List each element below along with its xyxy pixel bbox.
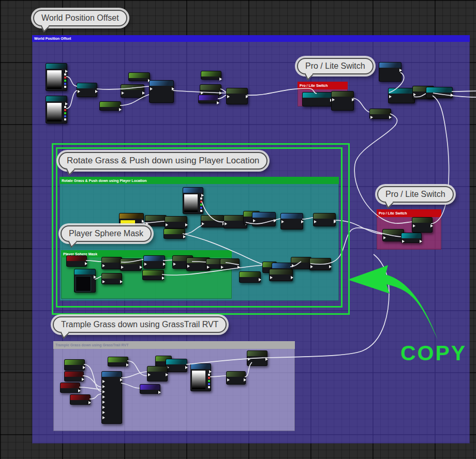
pin-icon[interactable] — [399, 69, 402, 72]
pin-icon[interactable] — [187, 265, 190, 268]
pin-icon[interactable] — [389, 116, 392, 119]
pin-icon[interactable] — [329, 265, 332, 268]
channel-pin-icon[interactable] — [200, 201, 202, 203]
pin-icon[interactable] — [227, 378, 230, 381]
material-node[interactable] — [426, 87, 453, 98]
material-node[interactable] — [313, 213, 336, 226]
material-node[interactable] — [198, 95, 219, 103]
channel-pin-icon[interactable] — [200, 204, 202, 206]
material-node[interactable] — [120, 258, 142, 271]
pin-icon[interactable] — [291, 276, 293, 279]
material-node[interactable] — [302, 92, 332, 106]
pin-icon[interactable] — [78, 389, 81, 392]
pin-icon[interactable] — [102, 411, 105, 414]
material-node[interactable] — [108, 357, 128, 366]
channel-pin-icon[interactable] — [64, 76, 66, 79]
comment-header-rotate-grass[interactable]: Rotate Grass & Push down using Player Lo… — [60, 177, 339, 184]
channel-pin-icon[interactable] — [208, 374, 210, 376]
material-node[interactable] — [201, 215, 225, 227]
material-node[interactable] — [412, 217, 433, 233]
pin-icon[interactable] — [65, 102, 68, 105]
material-node[interactable] — [369, 109, 391, 119]
pin-icon[interactable] — [207, 266, 210, 269]
material-graph-canvas[interactable]: World Position OffsetRotate Grass & Push… — [0, 0, 476, 459]
pin-icon[interactable] — [185, 366, 188, 369]
pin-icon[interactable] — [162, 277, 165, 280]
pin-icon[interactable] — [83, 366, 85, 369]
pin-icon[interactable] — [334, 220, 336, 223]
material-node[interactable] — [331, 91, 354, 111]
pin-icon[interactable] — [102, 380, 105, 383]
pin-icon[interactable] — [142, 91, 145, 95]
pin-icon[interactable] — [102, 280, 105, 283]
pin-icon[interactable] — [237, 266, 240, 269]
channel-pin-icon[interactable] — [64, 112, 66, 114]
material-node[interactable] — [145, 215, 167, 226]
pin-icon[interactable] — [352, 98, 354, 101]
pin-icon[interactable] — [292, 264, 294, 267]
pin-icon[interactable] — [102, 390, 105, 393]
pin-icon[interactable] — [370, 116, 373, 119]
channel-pin-icon[interactable] — [200, 197, 202, 200]
material-node[interactable] — [165, 216, 187, 228]
channel-pin-icon[interactable] — [200, 210, 202, 212]
material-node[interactable] — [239, 271, 261, 283]
material-node[interactable] — [101, 273, 122, 284]
pin-icon[interactable] — [144, 263, 147, 266]
pin-icon[interactable] — [185, 223, 188, 226]
pin-icon[interactable] — [219, 78, 222, 81]
pin-icon[interactable] — [244, 378, 246, 381]
pin-icon[interactable] — [402, 240, 405, 243]
pin-icon[interactable] — [166, 373, 168, 376]
material-node[interactable] — [143, 255, 165, 269]
pin-icon[interactable] — [140, 266, 142, 269]
channel-pin-icon[interactable] — [64, 115, 66, 117]
material-node[interactable] — [309, 258, 331, 270]
pin-icon[interactable] — [270, 276, 273, 279]
pin-icon[interactable] — [126, 363, 129, 366]
pin-icon[interactable] — [82, 378, 84, 381]
material-node[interactable] — [70, 394, 91, 405]
pin-icon[interactable] — [94, 276, 96, 279]
material-node[interactable] — [147, 366, 168, 381]
material-node[interactable] — [291, 257, 311, 269]
pin-icon[interactable] — [146, 222, 148, 225]
material-node[interactable] — [401, 233, 422, 243]
comment-header-world-position-offset[interactable]: World Position Offset — [32, 35, 470, 42]
material-node[interactable] — [101, 371, 122, 424]
material-node[interactable] — [183, 187, 203, 214]
material-node[interactable] — [60, 382, 80, 393]
pin-icon[interactable] — [259, 278, 261, 281]
material-node[interactable] — [101, 257, 122, 269]
pin-icon[interactable] — [102, 264, 105, 267]
material-node[interactable] — [64, 371, 84, 381]
channel-pin-icon[interactable] — [208, 386, 210, 388]
pin-icon[interactable] — [219, 91, 222, 95]
channel-pin-icon[interactable] — [64, 83, 66, 85]
material-node[interactable] — [142, 270, 164, 280]
material-node[interactable] — [201, 71, 221, 80]
pin-icon[interactable] — [274, 219, 276, 222]
pin-icon[interactable] — [102, 406, 105, 409]
pin-icon[interactable] — [221, 266, 224, 269]
comment-header-trample-grass[interactable]: Trample Grass down using GrassTrail RVT — [53, 341, 295, 349]
pin-icon[interactable] — [420, 240, 422, 243]
material-node[interactable] — [77, 83, 97, 97]
channel-pin-icon[interactable] — [64, 73, 66, 75]
pin-icon[interactable] — [102, 416, 105, 419]
pin-icon[interactable] — [120, 280, 123, 283]
material-node[interactable] — [226, 371, 246, 385]
pin-icon[interactable] — [202, 222, 204, 225]
pin-icon[interactable] — [122, 91, 124, 95]
pin-icon[interactable] — [102, 395, 105, 399]
material-node[interactable] — [247, 350, 267, 366]
pin-icon[interactable] — [148, 373, 151, 376]
pin-icon[interactable] — [201, 194, 204, 197]
material-node[interactable] — [166, 359, 187, 372]
pin-icon[interactable] — [163, 263, 166, 266]
material-node[interactable] — [121, 84, 144, 98]
material-node[interactable] — [379, 62, 401, 82]
material-node[interactable] — [226, 88, 248, 104]
material-node[interactable] — [269, 269, 293, 281]
pin-icon[interactable] — [383, 236, 386, 239]
